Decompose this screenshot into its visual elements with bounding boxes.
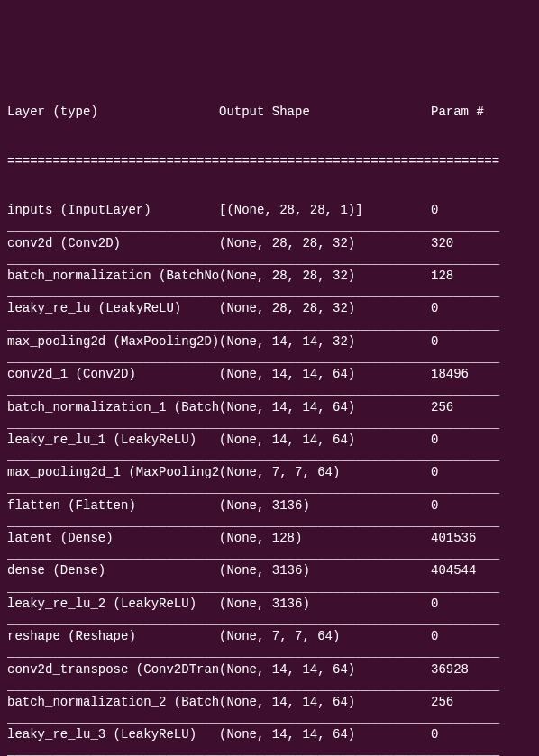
shape-cell: (None, 14, 14, 64) (219, 661, 431, 678)
param-cell: 36928 (431, 661, 532, 678)
divider-underscore: ________________________________________… (7, 415, 532, 432)
shape-cell: (None, 14, 14, 64) (219, 432, 431, 448)
shape-cell: (None, 3136) (219, 562, 431, 578)
param-cell: 320 (431, 235, 532, 251)
param-cell: 0 (431, 300, 532, 316)
shape-cell: (None, 7, 7, 64) (219, 628, 431, 644)
model-summary-output: Layer (type) Output Shape Param # ======… (7, 71, 532, 756)
table-row: leaky_re_lu (LeakyReLU)(None, 28, 28, 32… (7, 300, 532, 316)
layer-cell: leaky_re_lu_3 (LeakyReLU) (7, 726, 219, 742)
divider-underscore: ________________________________________… (7, 514, 532, 530)
divider-underscore: ________________________________________… (7, 644, 532, 660)
param-cell: 0 (431, 202, 532, 218)
layer-cell: conv2d_1 (Conv2D) (7, 366, 219, 382)
table-row: conv2d_transpose (Conv2DTran(None, 14, 1… (7, 661, 532, 678)
table-row: flatten (Flatten)(None, 3136)0 (7, 497, 532, 514)
shape-cell: (None, 28, 28, 32) (219, 235, 431, 251)
table-body: inputs (InputLayer)[(None, 28, 28, 1)]0_… (7, 202, 532, 756)
divider-underscore: ________________________________________… (7, 742, 532, 756)
layer-cell: conv2d_transpose (Conv2DTran (7, 661, 219, 678)
layer-cell: latent (Dense) (7, 530, 219, 546)
shape-cell: (None, 14, 14, 64) (219, 694, 431, 710)
table-row: reshape (Reshape)(None, 7, 7, 64)0 (7, 628, 532, 644)
table-row: latent (Dense)(None, 128)401536 (7, 530, 532, 546)
table-row: inputs (InputLayer)[(None, 28, 28, 1)]0 (7, 202, 532, 218)
param-cell: 0 (431, 596, 532, 612)
shape-cell: [(None, 28, 28, 1)] (219, 202, 431, 218)
table-row: batch_normalization_1 (Batch(None, 14, 1… (7, 399, 532, 415)
shape-cell: (None, 28, 28, 32) (219, 300, 431, 316)
layer-cell: batch_normalization_2 (Batch (7, 694, 219, 710)
shape-cell: (None, 128) (219, 530, 431, 546)
param-cell: 256 (431, 694, 532, 710)
param-cell: 0 (431, 726, 532, 742)
layer-cell: leaky_re_lu_2 (LeakyReLU) (7, 596, 219, 612)
shape-cell: (None, 3136) (219, 596, 431, 612)
param-cell: 0 (431, 497, 532, 514)
layer-cell: dense (Dense) (7, 562, 219, 578)
divider-underscore: ________________________________________… (7, 382, 532, 398)
shape-cell: (None, 7, 7, 64) (219, 464, 431, 480)
param-cell: 0 (431, 333, 532, 350)
layer-cell: max_pooling2d_1 (MaxPooling2 (7, 464, 219, 480)
layer-cell: leaky_re_lu (LeakyReLU) (7, 300, 219, 316)
layer-cell: batch_normalization (BatchNo (7, 268, 219, 284)
divider-underscore: ________________________________________… (7, 317, 532, 333)
divider-underscore: ________________________________________… (7, 218, 532, 234)
divider-underscore: ________________________________________… (7, 710, 532, 726)
layer-cell: inputs (InputLayer) (7, 202, 219, 218)
layer-cell: leaky_re_lu_1 (LeakyReLU) (7, 432, 219, 448)
table-row: conv2d_1 (Conv2D)(None, 14, 14, 64)18496 (7, 366, 532, 382)
divider-underscore: ________________________________________… (7, 448, 532, 464)
param-cell: 0 (431, 464, 532, 480)
table-row: leaky_re_lu_1 (LeakyReLU)(None, 14, 14, … (7, 432, 532, 448)
divider-equals: ========================================… (7, 153, 532, 169)
divider-underscore: ________________________________________… (7, 612, 532, 628)
divider-underscore: ________________________________________… (7, 546, 532, 562)
table-row: max_pooling2d (MaxPooling2D)(None, 14, 1… (7, 333, 532, 350)
layer-cell: max_pooling2d (MaxPooling2D) (7, 333, 219, 350)
shape-cell: (None, 14, 14, 64) (219, 366, 431, 382)
shape-cell: (None, 14, 14, 64) (219, 399, 431, 415)
layer-cell: conv2d (Conv2D) (7, 235, 219, 251)
layer-cell: batch_normalization_1 (Batch (7, 399, 219, 415)
table-row: leaky_re_lu_3 (LeakyReLU)(None, 14, 14, … (7, 726, 532, 742)
layer-cell: reshape (Reshape) (7, 628, 219, 644)
param-cell: 404544 (431, 562, 532, 578)
shape-cell: (None, 28, 28, 32) (219, 268, 431, 284)
header-param: Param # (431, 104, 532, 120)
shape-cell: (None, 14, 14, 32) (219, 333, 431, 350)
divider-underscore: ________________________________________… (7, 579, 532, 596)
param-cell: 18496 (431, 366, 532, 382)
param-cell: 256 (431, 399, 532, 415)
divider-underscore: ________________________________________… (7, 480, 532, 496)
param-cell: 0 (431, 628, 532, 644)
table-row: dense (Dense)(None, 3136)404544 (7, 562, 532, 578)
layer-cell: flatten (Flatten) (7, 497, 219, 514)
table-row: conv2d (Conv2D)(None, 28, 28, 32)320 (7, 235, 532, 251)
table-row: batch_normalization_2 (Batch(None, 14, 1… (7, 694, 532, 710)
divider-underscore: ________________________________________… (7, 350, 532, 366)
table-row: max_pooling2d_1 (MaxPooling2(None, 7, 7,… (7, 464, 532, 480)
divider-underscore: ________________________________________… (7, 678, 532, 694)
table-header: Layer (type) Output Shape Param # (7, 104, 532, 120)
header-layer: Layer (type) (7, 104, 219, 120)
table-row: batch_normalization (BatchNo(None, 28, 2… (7, 268, 532, 284)
divider-underscore: ________________________________________… (7, 284, 532, 300)
param-cell: 128 (431, 268, 532, 284)
divider-underscore: ________________________________________… (7, 251, 532, 268)
shape-cell: (None, 3136) (219, 497, 431, 514)
param-cell: 0 (431, 432, 532, 448)
table-row: leaky_re_lu_2 (LeakyReLU)(None, 3136)0 (7, 596, 532, 612)
param-cell: 401536 (431, 530, 532, 546)
shape-cell: (None, 14, 14, 64) (219, 726, 431, 742)
header-shape: Output Shape (219, 104, 431, 120)
